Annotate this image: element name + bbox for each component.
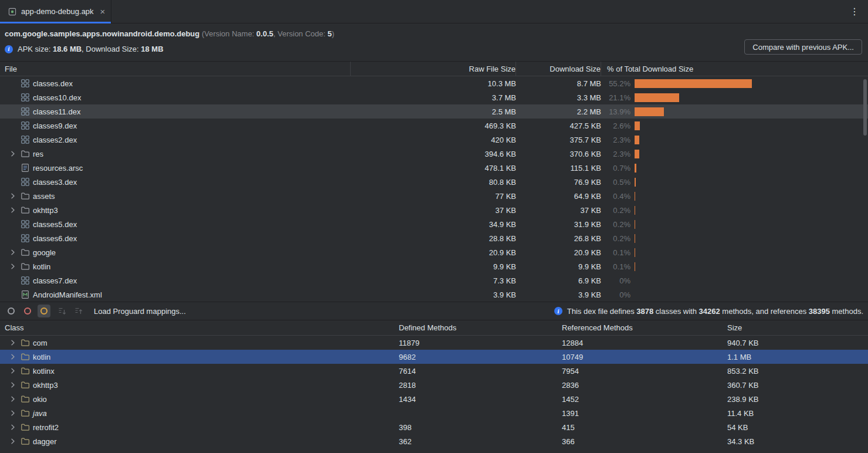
download-pct-bar (635, 192, 635, 201)
class-size: 360.7 KB (723, 381, 868, 390)
raw-size: 77 KB (351, 192, 516, 201)
package-icon (21, 394, 30, 404)
class-name: okio (33, 395, 47, 404)
expand-chevron-icon[interactable] (8, 437, 18, 446)
file-name: classes10.dex (33, 93, 81, 102)
expand-chevron-icon[interactable] (8, 248, 18, 257)
column-header-class[interactable]: Class (0, 320, 394, 335)
class-row[interactable]: okhttp3 2818 2836 360.7 KB (0, 378, 868, 392)
file-row[interactable]: classes9.dex 469.3 KB 427.5 KB 2.6% (0, 119, 868, 133)
expand-chevron-icon[interactable] (8, 262, 18, 271)
column-header-size[interactable]: Size (723, 320, 868, 335)
download-pct-bar (635, 121, 640, 130)
download-pct-bar (635, 262, 635, 271)
package-line: com.google.samples.apps.nowinandroid.dem… (5, 28, 862, 40)
tab-apk-file[interactable]: app-demo-debug.apk × (0, 0, 111, 23)
download-pct-bar (635, 178, 636, 187)
expand-chevron-icon[interactable] (8, 408, 18, 418)
package-icon (21, 422, 30, 432)
download-pct: 0.5% (601, 178, 630, 187)
column-header-download-size[interactable]: Download Size (516, 62, 601, 76)
file-row[interactable]: assets 77 KB 64.9 KB 0.4% (0, 189, 868, 203)
file-row[interactable]: classes3.dex 80.8 KB 76.9 KB 0.5% (0, 175, 868, 189)
expand-all-icon[interactable] (57, 306, 67, 316)
file-row[interactable]: AndroidManifest.xml 3.9 KB 3.9 KB 0% (0, 288, 868, 302)
package-icon (21, 352, 30, 361)
download-pct-bar (635, 248, 635, 257)
show-references-button[interactable] (38, 305, 50, 317)
class-row[interactable]: okio 1434 1452 238.9 KB (0, 392, 868, 406)
expand-chevron-icon[interactable] (8, 394, 18, 404)
download-size: 76.9 KB (516, 178, 601, 187)
class-row[interactable]: kotlinx 7614 7954 853.2 KB (0, 364, 868, 378)
file-row[interactable]: res 394.6 KB 370.6 KB 2.3% (0, 147, 868, 161)
file-name: classes2.dex (33, 136, 77, 144)
dex-file-icon (21, 177, 30, 187)
collapse-all-icon[interactable] (74, 306, 83, 316)
download-size: 37 KB (516, 206, 601, 215)
download-pct-bar (635, 107, 664, 116)
column-header-pct-of-download[interactable]: % of Total Download Size (601, 62, 868, 76)
file-name: classes5.dex (33, 220, 77, 229)
compare-apk-button[interactable]: Compare with previous APK... (744, 39, 862, 55)
class-name: kotlin (33, 353, 50, 361)
class-row[interactable]: kotlin 9682 10749 1.1 MB (0, 350, 868, 364)
file-row[interactable]: classes7.dex 7.3 KB 6.9 KB 0% (0, 273, 868, 288)
file-row[interactable]: classes6.dex 28.8 KB 26.8 KB 0.2% (0, 231, 868, 245)
raw-size: 478.1 KB (351, 164, 516, 173)
apk-summary-header: com.google.samples.apps.nowinandroid.dem… (0, 23, 868, 61)
more-options-icon[interactable]: ⋮ (841, 0, 868, 23)
expand-chevron-icon[interactable] (8, 366, 18, 376)
defined-methods: 9682 (394, 353, 557, 361)
file-row[interactable]: classes5.dex 34.9 KB 31.9 KB 0.2% (0, 217, 868, 231)
dex-file-icon (21, 79, 30, 88)
file-name: classes6.dex (33, 234, 77, 243)
load-proguard-mappings-button[interactable]: Load Proguard mappings... (94, 307, 186, 316)
version-info: (Version Name: 0.0.5, Version Code: 5) (199, 29, 334, 38)
defined-methods: 362 (394, 437, 557, 446)
referenced-methods: 366 (557, 437, 723, 446)
file-row[interactable]: classes2.dex 420 KB 375.7 KB 2.3% (0, 133, 868, 147)
file-row[interactable]: okhttp3 37 KB 37 KB 0.2% (0, 203, 868, 217)
class-row[interactable]: java 1391 11.4 KB (0, 406, 868, 420)
apk-file-icon (8, 7, 17, 16)
show-methods-button[interactable] (21, 305, 34, 317)
tab-close-icon[interactable]: × (100, 7, 106, 16)
defined-methods: 398 (394, 423, 557, 432)
expand-chevron-icon[interactable] (8, 191, 18, 201)
referenced-methods: 1452 (557, 395, 723, 404)
file-row[interactable]: resources.arsc 478.1 KB 115.1 KB 0.7% (0, 161, 868, 175)
download-size: 26.8 KB (516, 234, 601, 243)
file-name: classes9.dex (33, 121, 77, 130)
file-table-scrollbar[interactable] (863, 79, 867, 136)
class-row[interactable]: dagger 362 366 34.3 KB (0, 434, 868, 448)
file-row[interactable]: google 20.9 KB 20.9 KB 0.1% (0, 245, 868, 259)
file-row[interactable]: classes11.dex 2.5 MB 2.2 MB 13.9% (0, 104, 868, 119)
expand-chevron-icon[interactable] (8, 352, 18, 361)
file-row[interactable]: kotlin 9.9 KB 9.9 KB 0.1% (0, 259, 868, 273)
download-size: 3.9 KB (516, 290, 601, 299)
raw-size: 394.6 KB (351, 150, 516, 158)
column-header-referenced-methods[interactable]: Referenced Methods (557, 320, 723, 335)
class-name: retrofit2 (33, 423, 59, 432)
file-row[interactable]: classes10.dex 3.7 MB 3.3 MB 21.1% (0, 90, 868, 104)
package-icon (21, 408, 30, 418)
column-header-raw-size[interactable]: Raw File Size (351, 62, 516, 76)
expand-chevron-icon[interactable] (8, 149, 18, 158)
expand-chevron-icon[interactable] (8, 338, 18, 347)
raw-size: 28.8 KB (351, 234, 516, 243)
expand-chevron-icon[interactable] (8, 205, 18, 215)
class-row[interactable]: retrofit2 398 415 54 KB (0, 420, 868, 434)
column-header-defined-methods[interactable]: Defined Methods (394, 320, 557, 335)
file-name: AndroidManifest.xml (33, 290, 102, 299)
expand-chevron-icon[interactable] (8, 422, 18, 432)
file-row[interactable]: classes.dex 10.3 MB 8.7 MB 55.2% (0, 76, 868, 90)
show-fields-button[interactable] (5, 305, 18, 317)
file-name: assets (33, 192, 55, 201)
class-row[interactable]: com 11879 12884 940.7 KB (0, 336, 868, 350)
raw-size: 10.3 MB (351, 79, 516, 88)
column-header-file[interactable]: File (0, 62, 351, 76)
raw-size: 3.9 KB (351, 290, 516, 299)
expand-chevron-icon[interactable] (8, 380, 18, 390)
raw-size: 20.9 KB (351, 248, 516, 257)
